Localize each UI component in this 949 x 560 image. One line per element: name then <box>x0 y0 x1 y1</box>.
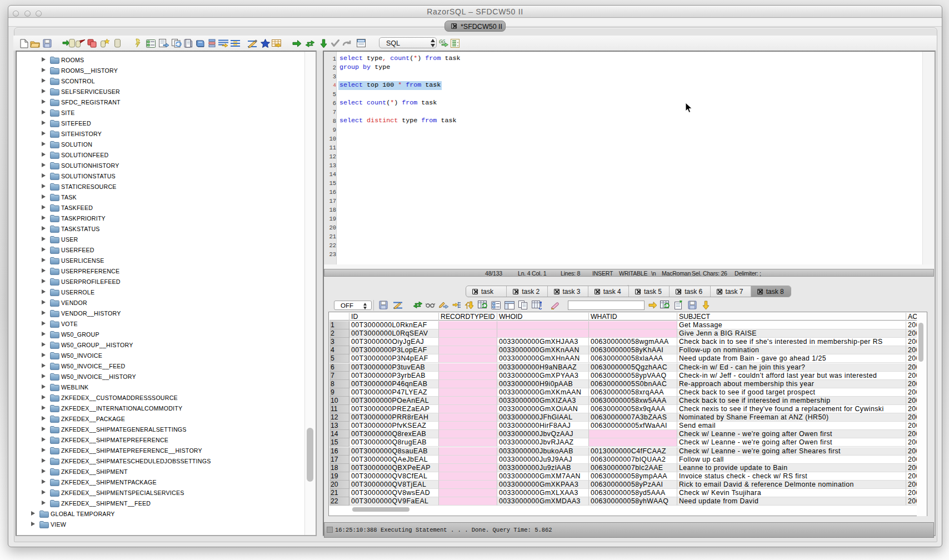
svg-text:66: 66 <box>439 38 446 44</box>
